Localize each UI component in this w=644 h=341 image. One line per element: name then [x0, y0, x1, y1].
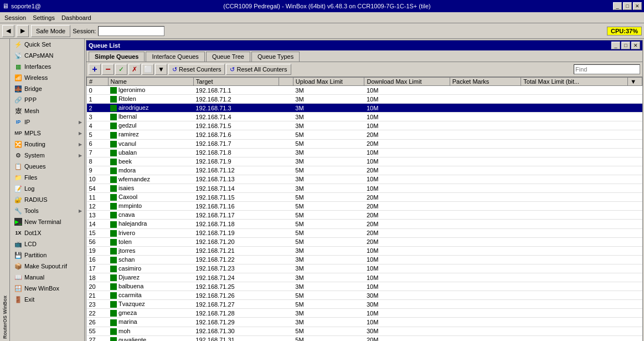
sidebar-item-manual[interactable]: 📖 Manual	[10, 272, 84, 283]
queue-maximize-button[interactable]: □	[621, 42, 630, 49]
table-row[interactable]: 17 casimiro 192.168.71.23 3M 10M	[87, 264, 642, 273]
table-row[interactable]: 19 jtorres 192.168.71.21 3M 10M	[87, 246, 642, 255]
menu-dashboard[interactable]: Dashboard	[58, 13, 95, 22]
table-row[interactable]: 55 moh 192.168.71.30 5M 30M	[87, 327, 642, 335]
table-row[interactable]: 8 beek 192.168.71.9 3M 10M	[87, 157, 642, 166]
queue-close-button[interactable]: ✕	[631, 42, 640, 49]
close-button[interactable]: ✕	[633, 2, 642, 10]
col-header-arrow[interactable]	[279, 78, 293, 86]
sidebar-item-ip[interactable]: IP IP ▶	[10, 116, 84, 128]
table-row[interactable]: 3 lbernal 192.168.71.4 3M 10M	[87, 113, 642, 121]
tab-queue-tree[interactable]: Queue Tree	[206, 52, 250, 62]
table-row[interactable]: 54 isaies 192.168.71.14 3M 10M	[87, 184, 642, 193]
find-input[interactable]	[574, 64, 640, 74]
sidebar-item-wireless[interactable]: 📶 Wireless	[10, 72, 84, 83]
col-header-expand[interactable]: ▼	[628, 78, 642, 86]
cell-name: guvaliente	[108, 335, 193, 341]
cell-name: mmpinto	[108, 202, 193, 211]
sidebar-item-lcd[interactable]: 📺 LCD	[10, 238, 84, 250]
tab-simple-queues[interactable]: Simple Queues	[89, 52, 145, 62]
col-header-upload[interactable]: Upload Max Limit	[293, 78, 364, 86]
sidebar-item-log[interactable]: 📝 Log	[10, 183, 84, 194]
sidebar-item-mpls[interactable]: MP MPLS ▶	[10, 128, 84, 139]
sidebar-item-files[interactable]: 📁 Files	[10, 172, 84, 183]
table-row[interactable]: 18 Djuarez 192.168.71.24 3M 10M	[87, 273, 642, 282]
table-row[interactable]: 11 Caxool 192.168.71.15 5M 20M	[87, 193, 642, 202]
ppp-icon: 🔗	[14, 96, 22, 104]
disable-button[interactable]: ✗	[128, 64, 141, 75]
sidebar-item-bridge[interactable]: 🌉 Bridge	[10, 83, 84, 94]
cell-name: Djuarez	[108, 273, 193, 282]
add-button[interactable]: +	[89, 64, 101, 75]
maximize-button[interactable]: □	[623, 2, 632, 10]
table-row[interactable]: 1 Rtolen 192.168.71.2 3M 10M	[87, 95, 642, 104]
sidebar-item-mesh[interactable]: 🕸 Mesh	[10, 105, 84, 116]
table-row[interactable]: 16 schan 192.168.71.22 3M 10M	[87, 255, 642, 264]
menu-settings[interactable]: Settings	[29, 13, 58, 22]
sidebar-item-routing[interactable]: 🔀 Routing ▶	[10, 139, 84, 150]
table-row[interactable]: 7 ubalan 192.168.71.8 3M 10M	[87, 148, 642, 157]
table-row[interactable]: 12 mmpinto 192.168.71.16 5M 20M	[87, 202, 642, 211]
sidebar-item-make-supout[interactable]: 📦 Make Supout.rif	[10, 261, 84, 272]
reset-all-counters-button[interactable]: ↺ Reset All Counters	[226, 64, 291, 75]
back-button[interactable]: ◀	[2, 25, 14, 37]
col-header-name[interactable]: Name	[108, 78, 193, 86]
sidebar-item-dot1x[interactable]: 1X Dot1X	[10, 227, 84, 238]
reset-counters-button[interactable]: ↺ Reset Counters	[168, 64, 225, 75]
table-row[interactable]: 5 ramirez 192.168.71.6 5M 20M	[87, 130, 642, 139]
table-row[interactable]: 6 vcanul 192.168.71.7 5M 20M	[87, 139, 642, 148]
forward-button[interactable]: ▶	[17, 25, 29, 37]
table-row[interactable]: 20 balbuena 192.168.71.25 3M 10M	[87, 282, 642, 291]
table-row[interactable]: 0 lgeronimo 192.168.71.1 3M 10M	[87, 86, 642, 95]
table-row[interactable]: 23 Tvazquez 192.168.71.27 5M 30M	[87, 300, 642, 309]
table-row[interactable]: 56 tolen 192.168.71.20 5M 20M	[87, 237, 642, 246]
cell-num: 18	[87, 273, 109, 282]
sidebar-item-radius[interactable]: 🔐 RADIUS	[10, 194, 84, 205]
table-row[interactable]: 15 lrivero 192.168.71.19 5M 20M	[87, 228, 642, 237]
sidebar-item-partition[interactable]: 💾 Partition	[10, 250, 84, 261]
sidebar-item-tools[interactable]: 🔧 Tools ▶	[10, 205, 84, 216]
cell-spacer	[279, 175, 293, 184]
table-row[interactable]: 2 airodriguez 192.168.71.3 3M 10M	[87, 104, 642, 113]
sidebar-item-interfaces[interactable]: ▦ Interfaces	[10, 61, 84, 72]
remove-button[interactable]: −	[102, 64, 114, 75]
tab-interface-queues[interactable]: Interface Queues	[146, 52, 204, 62]
col-header-total[interactable]: Total Max Limit (bit...	[521, 78, 628, 86]
col-header-target[interactable]: Target	[193, 78, 279, 86]
cell-target: 192.168.71.12	[193, 166, 279, 175]
menu-session[interactable]: Session	[1, 13, 29, 22]
enable-button[interactable]: ✓	[115, 64, 127, 75]
table-row[interactable]: 27 guvaliente 192.168.71.31 5M 20M	[87, 335, 642, 341]
sidebar-item-capsman[interactable]: 📡 CAPsMAN	[10, 50, 84, 61]
sidebar-item-queues[interactable]: 📋 Queues	[10, 161, 84, 172]
sidebar-item-system[interactable]: ⚙ System ▶	[10, 150, 84, 161]
sidebar-item-ppp[interactable]: 🔗 PPP	[10, 94, 84, 105]
queue-table-container[interactable]: # Name Target Upload Max Limit Download …	[86, 77, 642, 341]
cell-num: 13	[87, 211, 109, 220]
sidebar-item-quick-set[interactable]: ⚡ Quick Set	[10, 39, 84, 50]
sidebar-item-exit[interactable]: 🚪 Exit	[10, 294, 84, 305]
safe-mode-button[interactable]: Safe Mode	[31, 25, 70, 37]
table-row[interactable]: 14 halejandra 192.168.71.18 5M 20M	[87, 220, 642, 228]
table-row[interactable]: 4 gedzul 192.168.71.5 3M 10M	[87, 121, 642, 130]
minimize-button[interactable]: _	[613, 2, 622, 10]
table-row[interactable]: 22 gmeza 192.168.71.28 3M 10M	[87, 309, 642, 318]
copy-button[interactable]: ⬜	[142, 64, 154, 75]
table-row[interactable]: 21 ccarmita 192.168.71.26 5M 30M	[87, 291, 642, 300]
table-row[interactable]: 26 marina 192.168.71.29 3M 10M	[87, 318, 642, 327]
table-row[interactable]: 13 cnava 192.168.71.17 5M 20M	[87, 211, 642, 220]
col-header-download[interactable]: Download Max Limit	[364, 78, 450, 86]
ip-icon: IP	[14, 118, 22, 126]
queue-minimize-button[interactable]: _	[611, 42, 620, 49]
col-header-num[interactable]: #	[87, 78, 109, 86]
table-row[interactable]: 10 wfernandez 192.168.71.13 3M 10M	[87, 175, 642, 184]
table-row[interactable]: 9 mdora 192.168.71.12 5M 20M	[87, 166, 642, 175]
cell-num: 8	[87, 157, 109, 166]
cell-marks	[450, 211, 521, 220]
session-input[interactable]	[98, 26, 164, 36]
sidebar-item-new-terminal[interactable]: ▶_ New Terminal	[10, 216, 84, 227]
tab-queue-types[interactable]: Queue Types	[251, 52, 300, 62]
filter-button[interactable]: ▼	[155, 64, 167, 75]
sidebar-item-new-winbox[interactable]: 🪟 New WinBox	[10, 283, 84, 294]
col-header-marks[interactable]: Packet Marks	[450, 78, 521, 86]
